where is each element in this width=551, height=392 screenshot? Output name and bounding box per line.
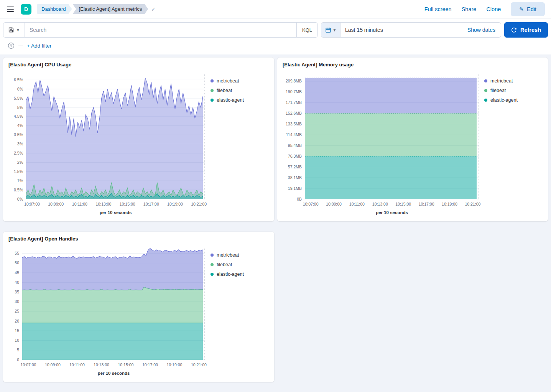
panel-cpu-usage: [Elastic Agent] CPU Usage 0%0.5%1%1.5%2%… — [3, 58, 274, 221]
show-dates-link[interactable]: Show dates — [462, 23, 501, 37]
area-metricbeat — [22, 248, 203, 290]
date-picker: ▼ Last 15 minutes Show dates — [321, 22, 501, 38]
x-tick-label: 10:13:00 — [372, 202, 388, 206]
refresh-button[interactable]: Refresh — [504, 22, 548, 38]
time-range-value[interactable]: Last 15 minutes — [340, 23, 462, 37]
y-tick-label: 40 — [15, 280, 19, 284]
chevron-down-icon: ▼ — [16, 28, 20, 32]
legend-item-filebeat[interactable]: filebeat — [211, 262, 269, 267]
y-tick-label: 6% — [17, 87, 23, 91]
y-tick-label: 5 — [17, 348, 19, 352]
legend-label: metricbeat — [217, 252, 239, 258]
clone-link[interactable]: Clone — [486, 6, 501, 12]
x-tick-label: 10:17:00 — [143, 202, 159, 206]
y-tick-label: 35 — [15, 290, 19, 294]
y-tick-label: 10 — [15, 338, 19, 343]
legend-item-elastic-agent[interactable]: elastic-agent — [484, 97, 543, 103]
quick-select-button[interactable]: ▼ — [321, 23, 340, 37]
y-tick-label: 55 — [15, 251, 19, 255]
area-metricbeat — [305, 78, 477, 113]
area-filebeat — [22, 287, 203, 323]
breadcrumb: Dashboard [Elastic Agent] Agent metrics … — [37, 4, 156, 14]
y-tick-label: 38.1MB — [288, 175, 302, 180]
x-tick-label: 10:21:00 — [191, 362, 207, 367]
legend-label: elastic-agent — [217, 272, 244, 277]
chevron-down-icon: ▼ — [333, 28, 337, 32]
y-tick-label: 3% — [17, 142, 23, 146]
x-tick-label: 10:21:00 — [191, 202, 207, 206]
y-tick-label: 0B — [297, 197, 302, 201]
y-tick-label: 6.5% — [14, 77, 23, 82]
x-tick-label: 10:13:00 — [94, 362, 109, 367]
search-input[interactable] — [25, 23, 296, 37]
search-box: ▼ KQL — [3, 22, 318, 38]
y-tick-label: 1.5% — [14, 169, 23, 174]
panel-title[interactable]: [Elastic Agent] Open Handles — [8, 236, 269, 242]
y-tick-label: 30 — [15, 299, 19, 304]
saved-query-menu-button[interactable]: ▼ — [3, 23, 25, 37]
legend-item-metricbeat[interactable]: metricbeat — [211, 252, 269, 258]
x-tick-label: 10:19:00 — [442, 202, 457, 206]
x-tick-label: 10:15:00 — [118, 362, 133, 367]
x-axis-title: per 10 seconds — [98, 371, 130, 376]
legend-label: elastic-agent — [490, 97, 518, 103]
legend-item-metricbeat[interactable]: metricbeat — [484, 78, 543, 84]
legend-dot — [484, 79, 487, 82]
panel-title[interactable]: [Elastic Agent] Memory usage — [283, 62, 543, 68]
memory-chart-svg: 0B19.1MB38.1MB57.2MB76.3MB95.4MB114.4MB1… — [283, 71, 482, 217]
open-handles-legend: metricbeatfilebeatelastic-agent — [208, 245, 269, 378]
x-axis-title: per 10 seconds — [100, 210, 132, 215]
breadcrumb-dashboard[interactable]: Dashboard — [37, 4, 72, 14]
panel-open-handles: [Elastic Agent] Open Handles 05101520253… — [3, 232, 274, 382]
y-tick-label: 190.7MB — [286, 89, 302, 94]
panel-title[interactable]: [Elastic Agent] CPU Usage — [8, 62, 269, 68]
legend-item-filebeat[interactable]: filebeat — [211, 88, 269, 93]
kql-language-button[interactable]: KQL — [296, 23, 317, 37]
legend-item-elastic-agent[interactable]: elastic-agent — [211, 97, 269, 103]
x-tick-label: 10:19:00 — [166, 362, 182, 367]
legend-item-filebeat[interactable]: filebeat — [484, 88, 543, 93]
area-metricbeat — [26, 78, 203, 199]
legend-dot — [211, 273, 214, 276]
legend-label: elastic-agent — [217, 97, 244, 103]
edit-button[interactable]: ✎ Edit — [511, 2, 545, 16]
y-tick-label: 50 — [15, 260, 19, 265]
filter-icon[interactable] — [8, 42, 15, 49]
edit-button-label: Edit — [527, 6, 536, 12]
space-avatar[interactable]: D — [21, 4, 31, 15]
x-tick-label: 10:19:00 — [167, 202, 183, 206]
legend-dot — [211, 263, 214, 266]
legend-label: filebeat — [217, 88, 232, 93]
refresh-button-label: Refresh — [520, 27, 541, 33]
y-tick-label: 0.5% — [14, 188, 23, 192]
y-tick-label: 133.5MB — [286, 122, 302, 126]
add-filter-link[interactable]: + Add filter — [27, 43, 51, 49]
y-tick-label: 0 — [17, 357, 19, 362]
panel-memory-usage: [Elastic Agent] Memory usage 0B19.1MB38.… — [277, 58, 548, 221]
y-tick-label: 76.3MB — [288, 154, 302, 158]
full-screen-link[interactable]: Full screen — [424, 6, 452, 12]
legend-dot — [484, 99, 487, 102]
share-link[interactable]: Share — [462, 6, 477, 12]
y-tick-label: 3.5% — [14, 132, 23, 137]
legend-dot — [211, 254, 214, 257]
x-tick-label: 10:09:00 — [326, 202, 342, 206]
breadcrumb-current[interactable]: [Elastic Agent] Agent metrics — [73, 4, 148, 14]
area-elastic-agent — [22, 323, 203, 360]
x-tick-label: 10:09:00 — [45, 362, 61, 367]
x-tick-label: 10:07:00 — [303, 202, 319, 206]
x-tick-label: 10:11:00 — [349, 202, 365, 206]
legend-dot — [211, 79, 214, 82]
legend-dot — [211, 99, 214, 102]
legend-item-metricbeat[interactable]: metricbeat — [211, 78, 269, 84]
legend-item-elastic-agent[interactable]: elastic-agent — [211, 272, 269, 277]
x-tick-label: 10:17:00 — [142, 362, 158, 367]
x-tick-label: 10:15:00 — [395, 202, 411, 206]
legend-label: filebeat — [217, 262, 232, 267]
menu-icon[interactable] — [5, 5, 15, 13]
y-tick-label: 5.5% — [14, 96, 23, 100]
x-tick-label: 10:13:00 — [96, 202, 112, 206]
filter-divider — [18, 46, 23, 46]
y-tick-label: 19.1MB — [288, 186, 302, 191]
x-tick-label: 10:09:00 — [48, 202, 64, 206]
